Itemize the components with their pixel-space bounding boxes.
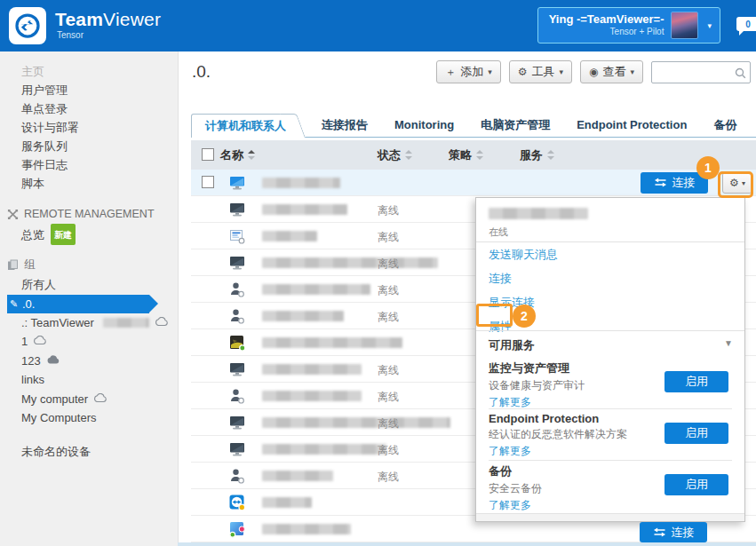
page-title: .0.	[192, 62, 211, 82]
sidebar-group-item[interactable]: 1	[0, 332, 178, 352]
sidebar-group-item[interactable]: links	[0, 370, 178, 390]
device-context-menu: 在线 发送聊天消息连接显示连接属性 可用服务 ▼ 监控与资产管理设备健康与资产审…	[475, 197, 745, 522]
learn-more-link[interactable]: 了解更多	[489, 444, 531, 459]
popup-menu-item-连接[interactable]: 连接	[489, 271, 512, 287]
remote-management-section: REMOTE MANAGEMENT	[0, 208, 178, 220]
footer-connect-label: 连接	[672, 525, 695, 541]
tools-button[interactable]: ⚙ 工具 ▾	[509, 60, 572, 83]
enable-button[interactable]: 启用	[664, 474, 728, 495]
select-all-checkbox[interactable]	[202, 148, 214, 161]
eye-icon: ◉	[589, 66, 598, 78]
tab-连接报告[interactable]: 连接报告	[308, 114, 381, 137]
sidebar-item-unnamed-devices[interactable]: 未命名的设备	[0, 442, 178, 461]
row-connect-button[interactable]: 连接	[641, 172, 708, 194]
teamviewer-console: TeamViewer Tensor Ying -=TeamViewer=- Te…	[0, 0, 756, 546]
sort-icon	[547, 150, 554, 160]
tab-电脑资产管理[interactable]: 电脑资产管理	[467, 114, 563, 137]
column-header-policy[interactable]: 策略	[449, 140, 483, 170]
device-online-status: 在线	[489, 226, 508, 239]
sidebar-group-item[interactable]: .: TeamViewer	[0, 313, 178, 333]
chevron-down-icon: ▾	[488, 67, 492, 76]
sidebar-group-item[interactable]: My computer	[0, 390, 178, 409]
brand-title: TeamViewer	[55, 9, 161, 30]
group-label: links	[21, 370, 44, 390]
redacted-device-name	[262, 524, 351, 534]
sidebar-nav-item[interactable]: 事件日志	[21, 155, 178, 174]
chevron-down-icon: ▾	[705, 21, 713, 30]
enable-button[interactable]: 启用	[664, 423, 728, 444]
account-menu[interactable]: Ying -=TeamViewer=- Tensor + Pilot ▾	[537, 7, 720, 44]
monitor-icon	[228, 414, 246, 431]
teamviewer-logo-icon	[14, 12, 41, 39]
popup-footer	[476, 513, 744, 521]
enable-button[interactable]: 启用	[664, 371, 728, 392]
table-row[interactable]: 连接⚙▾	[191, 170, 756, 196]
group-label: 1	[21, 332, 28, 352]
redacted-device-name	[489, 208, 588, 219]
service-block: 备份安全云备份了解更多启用	[489, 463, 732, 512]
sort-icon	[248, 150, 255, 160]
column-label: 服务	[520, 147, 543, 163]
sidebar-group-item[interactable]: My Computers	[0, 408, 178, 428]
tab-bar: 计算机和联系人连接报告Monitoring电脑资产管理Endpoint Prot…	[191, 114, 756, 138]
redacted-device-name	[262, 417, 450, 428]
annotation-step-1: 1	[696, 156, 720, 179]
redacted-device-name	[262, 497, 312, 508]
sidebar-nav-item[interactable]: 脚本	[21, 174, 178, 193]
redacted-device-name	[262, 284, 370, 295]
view-button[interactable]: ◉ 查看 ▾	[580, 60, 643, 83]
sidebar-nav-item[interactable]: 单点登录	[21, 99, 178, 118]
monitor-icon	[228, 254, 246, 272]
overview-label: 总览	[21, 226, 44, 244]
tab-Monitoring[interactable]: Monitoring	[381, 114, 467, 137]
redacted-device-name	[262, 231, 317, 241]
status-label: 离线	[378, 443, 399, 458]
sidebar-group-item[interactable]: ✎.0.	[7, 295, 149, 313]
teamviewer-logo[interactable]	[9, 7, 46, 44]
contact-icon	[228, 467, 246, 485]
remote-management-icon	[7, 209, 19, 220]
sidebar-nav-item[interactable]: 服务队列	[21, 137, 178, 155]
redacted-device-name	[262, 257, 438, 268]
tab-Endpoint Protection[interactable]: Endpoint Protection	[563, 114, 700, 137]
cloud-icon	[155, 313, 169, 333]
footer-connect-button[interactable]: 连接	[640, 522, 707, 542]
brand-bold: Team	[55, 9, 103, 29]
sidebar-nav-item[interactable]: 设计与部署	[21, 118, 178, 137]
search-box	[651, 61, 751, 83]
cloud-icon	[93, 390, 107, 409]
column-header-name[interactable]: 名称	[220, 140, 255, 170]
popup-menu-item-发送聊天消息[interactable]: 发送聊天消息	[489, 247, 558, 263]
tools-button-label: 工具	[531, 64, 554, 80]
service-block: 监控与资产管理设备健康与资产审计了解更多启用	[489, 360, 732, 409]
group-label: My Computers	[21, 408, 97, 428]
status-label: 离线	[378, 470, 399, 485]
table-header: 名称 状态 策略 服务	[191, 140, 756, 170]
row-checkbox[interactable]	[202, 176, 214, 188]
popup-menu-item-属性[interactable]: 属性	[489, 319, 512, 335]
tab-备份[interactable]: 备份	[700, 114, 750, 137]
tab-计算机和联系人[interactable]: 计算机和联系人	[191, 114, 294, 138]
sort-icon	[476, 150, 483, 160]
learn-more-link[interactable]: 了解更多	[489, 395, 531, 410]
cloud-icon	[46, 352, 60, 371]
sidebar-item-overview[interactable]: 总览 新建	[0, 224, 178, 245]
column-header-status[interactable]: 状态	[378, 140, 412, 170]
redacted-group-name	[103, 318, 149, 328]
column-header-service[interactable]: 服务	[520, 140, 554, 170]
group-label: 所有人	[21, 275, 56, 295]
add-button[interactable]: ＋ 添加 ▾	[436, 60, 501, 83]
app-header: TeamViewer Tensor Ying -=TeamViewer=- Te…	[0, 0, 756, 51]
learn-more-link[interactable]: 了解更多	[489, 498, 531, 513]
sidebar-nav-item[interactable]: 用户管理	[21, 81, 178, 99]
collapse-caret-icon[interactable]: ▼	[724, 338, 733, 348]
status-label: 离线	[378, 203, 399, 218]
group-label: .0.	[22, 295, 35, 313]
sidebar: 主页用户管理单点登录设计与部署服务队列事件日志脚本 REMOTE MANAGEM…	[0, 51, 178, 546]
sidebar-group-item[interactable]: 所有人	[0, 275, 178, 295]
sidebar-group-item[interactable]: 123	[0, 352, 178, 371]
status-label: 离线	[378, 363, 399, 378]
chat-counter-badge[interactable]: 0	[736, 17, 756, 31]
row-gear-dropdown[interactable]: ⚙▾	[722, 172, 752, 194]
sidebar-nav-item[interactable]: 主页	[21, 62, 178, 81]
